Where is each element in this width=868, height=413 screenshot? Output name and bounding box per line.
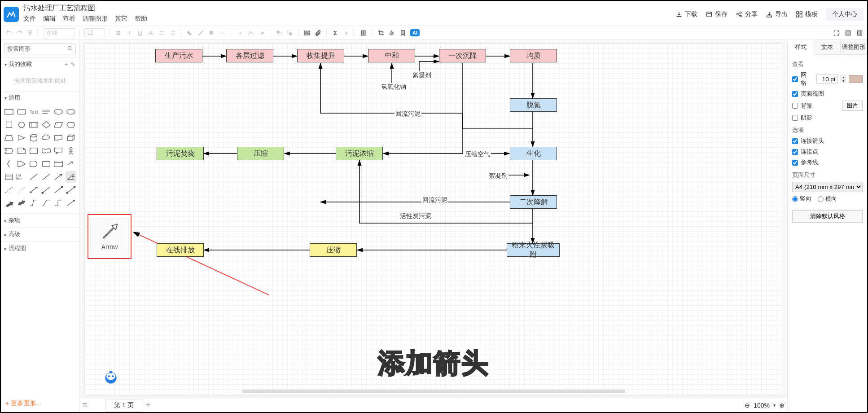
hand-icon[interactable] [388,29,396,37]
list-icon[interactable] [168,29,176,37]
menu-extras[interactable]: 其它 [115,15,127,23]
shape-thick-arrow2[interactable] [16,197,27,209]
node-compress-2[interactable]: 压缩 [310,243,357,257]
menu-arrange[interactable]: 调整图形 [83,15,108,23]
node-homogenize[interactable]: 均质 [510,49,557,62]
tab-style[interactable]: 样式 [788,40,814,55]
node-carbon-adsorb[interactable]: 粉末火性炭吸附 [507,243,560,257]
shape-bi-arrow[interactable] [28,184,39,196]
node-secondary[interactable]: 二次降解 [510,195,557,209]
download-button[interactable]: 下载 [675,10,697,18]
shape-list[interactable] [4,171,15,183]
category-general[interactable]: ▾ 通用 [1,91,79,104]
menu-file[interactable]: 文件 [23,15,36,23]
node-biochem[interactable]: 生化 [510,147,557,160]
grid-size-spinner[interactable]: ▴▾ [841,75,846,83]
shadow-icon[interactable] [207,29,215,37]
share-button[interactable]: 分享 [736,10,758,18]
checkbox-conn-arrow[interactable] [792,138,798,144]
export-button[interactable]: 导出 [766,10,788,18]
waypoint-icon[interactable] [246,29,254,37]
shape-or[interactable] [16,158,27,170]
underline-icon[interactable]: U [136,29,144,37]
line-style-icon[interactable] [218,29,226,37]
shape-parallelogram[interactable] [53,119,64,131]
category-misc[interactable]: ▸杂项 [1,213,79,227]
zoom-dropdown-icon[interactable]: ▾ [773,403,776,408]
node-collect-lift[interactable]: 收集提升 [297,49,344,62]
format-panel-icon[interactable] [855,29,864,37]
category-advanced[interactable]: ▸高级 [1,227,79,241]
line-end-icon[interactable] [257,29,265,37]
pagesize-select[interactable]: A4 (210 mm x 297 mm) [792,182,863,192]
crop-icon[interactable] [377,29,385,37]
outline-icon[interactable] [844,29,852,37]
zoom-in-icon[interactable]: ⊕ [779,402,785,409]
node-raw-sewage[interactable]: 生产污水 [155,49,202,62]
checkbox-guide[interactable] [792,160,798,166]
shape-rect[interactable] [4,106,15,118]
to-front-icon[interactable] [275,29,283,37]
fill-color-icon[interactable] [186,29,194,37]
text-color-icon[interactable]: A [147,29,155,37]
shape-link3[interactable] [53,197,64,209]
bold-icon[interactable]: B [114,29,123,37]
document-title[interactable]: 污水处理厂工艺流程图 [23,3,147,14]
sigma-icon[interactable]: Σ [331,29,339,37]
shape-link2[interactable] [41,197,52,209]
checkbox-shadow[interactable] [792,115,798,121]
tab-arrange[interactable]: 调整图形 [841,40,867,55]
shape-dot-line[interactable] [16,184,27,196]
horizontal-scrollbar[interactable] [241,390,625,393]
node-incinerate[interactable]: 污泥焚烧 [157,147,204,160]
to-back-icon[interactable] [285,29,294,37]
shape-process[interactable] [28,119,39,131]
shape-card[interactable] [28,145,39,157]
table-icon[interactable] [359,29,368,37]
line-color-icon[interactable] [197,29,205,37]
background-image-button[interactable]: 图片 [842,101,863,111]
shape-dash-line[interactable] [4,184,15,196]
format-painter-icon[interactable] [26,29,34,37]
fontsize-combo[interactable]: 12 [84,28,105,37]
shape-text[interactable]: Text [28,106,39,118]
shape-triangle[interactable] [16,132,27,144]
align-icon[interactable] [158,29,166,37]
shape-cube[interactable] [66,132,77,144]
shape-container[interactable] [53,158,64,170]
shape-rounded-rect[interactable] [16,106,27,118]
node-neutralize[interactable]: 中和 [368,49,415,62]
shape-actor[interactable] [66,145,77,157]
more-shapes-button[interactable]: + 更多图形... [1,395,79,412]
shape-document[interactable] [53,132,64,144]
shape-step[interactable] [4,145,15,157]
node-sludge-conc[interactable]: 污泥浓缩 [336,147,383,160]
font-combo[interactable]: Arial [44,28,75,37]
redo-icon[interactable] [15,29,23,37]
menu-edit[interactable]: 编辑 [43,15,56,23]
italic-icon[interactable]: I [125,29,133,37]
node-filter[interactable]: 各层过滤 [226,49,273,62]
personal-center-button[interactable]: 个人中心 [826,8,864,21]
shape-ellipse2[interactable] [66,106,77,118]
shape-arrow-selected[interactable] [66,171,77,183]
node-discharge[interactable]: 在线排放 [157,243,204,257]
shape-curly[interactable] [4,158,15,170]
node-primary-settle[interactable]: 一次沉降 [439,49,486,62]
save-button[interactable]: 保存 [706,10,728,18]
checkbox-conn-point[interactable] [792,149,798,155]
shape-square[interactable] [4,119,15,131]
fullscreen-icon[interactable] [832,29,840,37]
page-tab-1[interactable]: 第 1 页 [105,399,142,412]
assistant-icon[interactable] [103,369,119,385]
clear-default-style-button[interactable]: 清除默认风格 [792,210,863,223]
grid-size-input[interactable] [816,75,838,84]
checkbox-grid[interactable] [792,76,798,82]
shape-conn2[interactable] [53,184,64,196]
add-icon[interactable]: + [64,61,68,68]
plus-icon[interactable]: + [342,29,350,37]
shape-callout[interactable] [53,145,64,157]
menu-view[interactable]: 查看 [63,15,75,23]
shape-listitem[interactable]: List Item [16,171,27,183]
shape-conn1[interactable] [41,184,52,196]
